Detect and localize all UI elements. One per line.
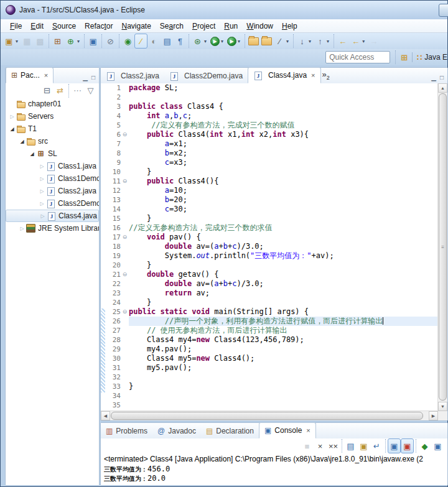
quick-access-input[interactable] (325, 51, 390, 63)
tree-item-chapter01[interactable]: chapter01 (6, 98, 99, 110)
line-number[interactable]: 15 (105, 214, 121, 223)
menu-source[interactable]: Source (48, 21, 80, 32)
expand-expander-icon[interactable]: ▷ (38, 188, 46, 194)
line-number[interactable]: 7 (105, 139, 121, 149)
previous-annotation-button[interactable]: ↑▾ (314, 34, 332, 49)
back-history-button[interactable]: ←▾ (349, 34, 367, 49)
scroll-up-icon[interactable]: ▲ (438, 83, 447, 93)
maximize-view-icon[interactable]: □ (440, 74, 444, 81)
close-icon[interactable]: × (43, 72, 48, 79)
line-number[interactable]: 25 (105, 307, 121, 317)
vertical-scrollbar-thumb[interactable]: ≡ (439, 93, 447, 401)
tab-package-explorer[interactable]: ⊞ Pac... × (6, 67, 54, 83)
scroll-left-icon[interactable]: ◀ (101, 411, 110, 420)
line-number[interactable]: 10 (105, 167, 121, 177)
tree-item-class2demo-java[interactable]: ▷Class2Demo.java (6, 197, 99, 210)
run-external-tools-dropdown-icon[interactable]: ▾ (236, 39, 241, 44)
line-number[interactable]: 32 (105, 373, 121, 382)
tab-class4-java[interactable]: Class4.java × (248, 67, 320, 83)
line-number[interactable]: 30 (105, 354, 121, 363)
menu-edit[interactable]: Edit (26, 21, 48, 32)
expand-expander-icon[interactable]: ▷ (39, 213, 47, 219)
line-number[interactable]: 1 (105, 83, 121, 93)
open-perspective-button[interactable]: ⊞ (401, 53, 408, 62)
tree-item-servers[interactable]: ▷Servers (6, 110, 99, 123)
tab-console[interactable]: ▣ Console × (259, 422, 316, 438)
line-number[interactable]: 24 (105, 298, 121, 307)
new-wizard-button[interactable]: ▣▾ (2, 34, 21, 49)
new-java-ee-wizard-dropdown-icon[interactable]: ▾ (76, 39, 81, 44)
remove-launch-button[interactable]: × (314, 438, 327, 453)
code-area[interactable]: 1package SL;23public class Class4 {4 int… (101, 83, 438, 411)
show-stdout-change-button[interactable]: ▣ (388, 438, 401, 453)
focus-task-button[interactable]: ⋯ (71, 83, 84, 98)
tree-item-class1-java[interactable]: ▷Class1.java (6, 160, 99, 172)
minimize-window-button[interactable] (439, 4, 448, 17)
menu-file[interactable]: File (6, 21, 26, 32)
line-number[interactable]: 29 (105, 345, 121, 354)
line-number[interactable]: 5 (105, 121, 121, 130)
minimize-view-icon[interactable]: ▁ (83, 74, 88, 81)
run-dropdown-icon[interactable]: ▾ (220, 39, 225, 44)
word-wrap-button[interactable]: ↵ (370, 438, 383, 453)
show-stderr-change-button[interactable]: ▣ (401, 438, 414, 453)
minimize-view-icon[interactable]: ▁ (431, 74, 436, 81)
show-view-table-button[interactable]: ▤ (161, 34, 174, 49)
line-number[interactable]: 26 (105, 317, 121, 326)
tree-item-class2-java[interactable]: ▷Class2.java (6, 185, 99, 197)
tab-declaration[interactable]: ▤ Declaration (201, 424, 259, 438)
more-editors-button[interactable]: »2 (321, 70, 332, 82)
java-ee-perspective-button[interactable]: ∷ Java E (417, 53, 447, 62)
expand-expander-icon[interactable]: ▷ (38, 164, 46, 169)
menu-window[interactable]: Window (242, 21, 278, 32)
link-with-editor-button[interactable]: ⇄ (54, 83, 67, 98)
line-number[interactable]: 12 (105, 186, 121, 195)
horizontal-scrollbar-thumb[interactable] (111, 412, 423, 420)
maximize-view-icon[interactable]: □ (91, 74, 95, 81)
scroll-down-icon[interactable]: ▼ (438, 402, 447, 411)
line-number[interactable]: 2 (105, 93, 121, 102)
expand-expander-icon[interactable]: ▷ (8, 114, 16, 119)
scroll-right-icon[interactable]: ▶ (429, 411, 438, 420)
tree-item-jre-system-library[interactable]: ▷JRE System Library (6, 222, 99, 234)
tree-item-class1demo-java[interactable]: ▷Class1Demo.java (6, 172, 99, 185)
highlighter-button[interactable]: ∕ (134, 34, 147, 49)
line-number[interactable]: 23 (105, 289, 121, 298)
fold-marker-icon[interactable]: ⊖ (121, 130, 129, 139)
open-console-monitor-button[interactable]: ▣ (86, 34, 100, 49)
line-number[interactable]: 28 (105, 335, 121, 345)
pin-console-button[interactable]: ◆ (418, 438, 431, 453)
debug-button[interactable]: ⊛▾ (191, 34, 209, 49)
expand-expander-icon[interactable]: ▷ (38, 176, 46, 182)
previous-annotation-dropdown-icon[interactable]: ▾ (325, 39, 330, 44)
next-annotation-button[interactable]: ↓▾ (296, 34, 314, 49)
line-number[interactable]: 27 (105, 326, 121, 335)
fold-marker-icon[interactable]: ⊖ (121, 177, 129, 186)
menu-search[interactable]: Search (156, 21, 188, 32)
open-console-button[interactable]: ▣ (431, 438, 444, 453)
editor-horizontal-scrollbar[interactable]: ◀ ▶ (101, 410, 438, 420)
tab-javadoc[interactable]: @ Javadoc (152, 424, 201, 438)
collapse-all-button[interactable]: ⊟ (40, 83, 54, 98)
line-number[interactable]: 6 (105, 130, 121, 139)
menu-run[interactable]: Run (220, 21, 242, 32)
line-number[interactable]: 14 (105, 205, 121, 214)
menu-project[interactable]: Project (188, 21, 220, 32)
pen-button[interactable]: ∕▾ (273, 34, 291, 49)
line-number[interactable]: 3 (105, 102, 121, 111)
line-number[interactable]: 11 (105, 177, 121, 186)
tab-class2demo-java[interactable]: Class2Demo.java (164, 68, 248, 83)
open-folder-button[interactable] (260, 34, 273, 49)
run-button[interactable]: ▶▾ (209, 34, 226, 49)
expand-expander-icon[interactable]: ▷ (38, 201, 46, 206)
clear-console-button[interactable]: ▤ (344, 438, 357, 453)
line-number[interactable]: 8 (105, 149, 121, 158)
line-number[interactable]: 13 (105, 195, 121, 205)
last-edit-location-button[interactable]: ← (336, 34, 349, 49)
open-type-flag-button[interactable]: ◉ (121, 34, 134, 49)
tree-item-src[interactable]: ◢src (6, 135, 99, 147)
line-number[interactable]: 31 (105, 363, 121, 373)
close-icon[interactable]: × (310, 72, 315, 79)
debug-dropdown-icon[interactable]: ▾ (203, 39, 208, 44)
new-java-project-button[interactable]: ⊞ (51, 34, 64, 49)
